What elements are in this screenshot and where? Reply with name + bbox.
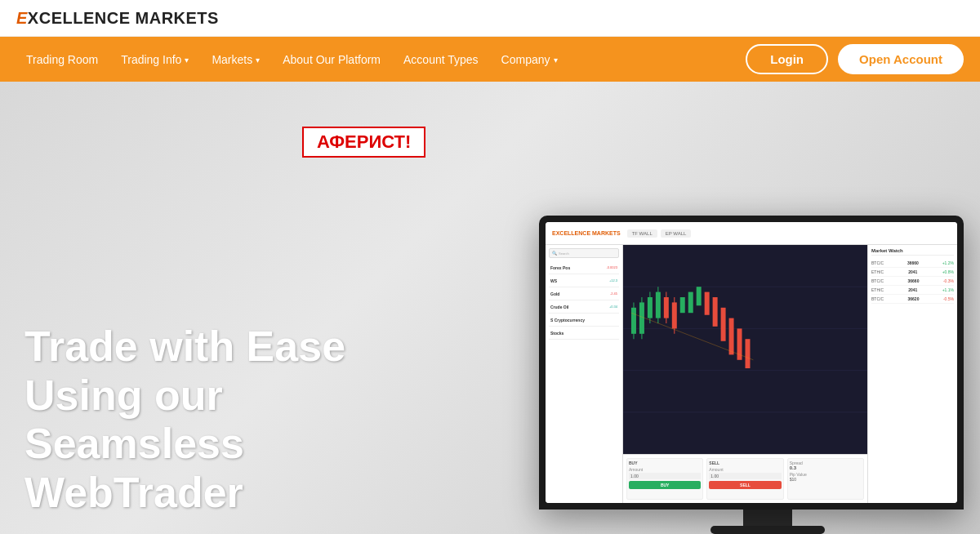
- open-account-button[interactable]: Open Account: [838, 44, 964, 74]
- nav-item-trading-info[interactable]: Trading Info ▾: [111, 37, 198, 82]
- platform-main: BUY Amount 1.00 BUY SELL Amount 1.00 SEL…: [623, 245, 867, 503]
- svg-rect-22: [721, 308, 726, 341]
- chevron-down-icon: ▾: [256, 56, 260, 65]
- order-info: Spread 0.3 Pip Value $10: [787, 458, 864, 500]
- platform-header: EXCELLENCE MARKETS TF WALL EP WALL: [546, 222, 957, 245]
- scam-badge: АФЕРИСТ!: [302, 127, 425, 158]
- platform-logo: EXCELLENCE MARKETS: [552, 230, 621, 236]
- site-logo[interactable]: EXCELLENCE MARKETS: [16, 9, 219, 28]
- hero-line2: Using our: [24, 372, 345, 421]
- svg-rect-21: [713, 297, 718, 327]
- ticker-row[interactable]: BTC/C 36660 +1.2%: [871, 259, 954, 268]
- nav-item-company[interactable]: Company ▾: [492, 37, 568, 82]
- platform-tab-2[interactable]: EP WALL: [661, 229, 692, 238]
- chevron-down-icon: ▾: [185, 56, 189, 65]
- hero-headline: Trade with Ease Using our Seamsless WebT…: [24, 323, 345, 518]
- ticker-row[interactable]: ETH/C 2041 +1.1%: [871, 286, 954, 295]
- svg-rect-23: [729, 318, 734, 355]
- svg-rect-20: [705, 292, 710, 315]
- list-item[interactable]: Stocks: [549, 327, 619, 340]
- platform-body: 🔍 Search Forex Pos -0.0023 WS +12.3 G: [546, 245, 957, 503]
- sell-button[interactable]: SELL: [709, 481, 781, 489]
- order-box-sell: SELL Amount 1.00 SELL: [706, 458, 783, 500]
- ticker-row[interactable]: BTC/C 36620 -0.5%: [871, 295, 954, 304]
- right-panel-header: Market Watch: [871, 248, 954, 256]
- platform-tab-1[interactable]: TF WALL: [627, 229, 657, 238]
- search-icon: 🔍: [552, 251, 557, 256]
- platform-search[interactable]: 🔍 Search: [549, 248, 619, 258]
- svg-rect-17: [680, 297, 685, 313]
- nav-left: Trading Room Trading Info ▾ Markets ▾ Ab…: [16, 37, 568, 82]
- buy-button[interactable]: BUY: [629, 481, 701, 489]
- list-item[interactable]: Forex Pos -0.0023: [549, 261, 619, 274]
- logo-bar: EXCELLENCE MARKETS: [0, 0, 980, 37]
- svg-rect-25: [746, 339, 751, 368]
- platform-right-panel: Market Watch BTC/C 36660 +1.2% ETH/C 204…: [867, 245, 957, 503]
- platform-orders: BUY Amount 1.00 BUY SELL Amount 1.00 SEL…: [623, 454, 867, 503]
- list-item[interactable]: Crude Oil +0.34: [549, 300, 619, 314]
- list-item[interactable]: WS +12.3: [549, 274, 619, 287]
- monitor-stand-base: [710, 526, 825, 534]
- list-item[interactable]: S Cryptocurrency: [549, 314, 619, 327]
- hero-line4: WebTrader: [24, 469, 345, 518]
- nav-item-trading-room[interactable]: Trading Room: [16, 37, 108, 82]
- hero-section: АФЕРИСТ! Trade with Ease Using our Seams…: [0, 82, 980, 534]
- list-item[interactable]: Gold -2.45: [549, 287, 619, 300]
- login-button[interactable]: Login: [746, 44, 828, 74]
- ticker-row[interactable]: ETH/C 2041 +0.8%: [871, 268, 954, 277]
- hero-line1: Trade with Ease: [24, 323, 345, 372]
- logo-prefix: E: [16, 9, 28, 27]
- scam-text: АФЕРИСТ!: [317, 131, 411, 152]
- monitor-screen: EXCELLENCE MARKETS TF WALL EP WALL 🔍 Sea…: [546, 222, 957, 503]
- monitor-mockup: EXCELLENCE MARKETS TF WALL EP WALL 🔍 Sea…: [539, 216, 980, 534]
- platform-sidebar: 🔍 Search Forex Pos -0.0023 WS +12.3 G: [546, 245, 623, 503]
- ticker-row[interactable]: BTC/C 36660 -0.3%: [871, 277, 954, 286]
- chevron-down-icon: ▾: [554, 56, 558, 65]
- candlestick-chart: [623, 245, 867, 454]
- nav-item-account-types[interactable]: Account Types: [394, 37, 488, 82]
- monitor-stand-neck: [743, 510, 792, 526]
- order-box-buy: BUY Amount 1.00 BUY: [626, 458, 703, 500]
- platform-tabs: TF WALL EP WALL: [627, 229, 692, 238]
- monitor-frame: EXCELLENCE MARKETS TF WALL EP WALL 🔍 Sea…: [539, 216, 964, 510]
- nav-bar: Trading Room Trading Info ▾ Markets ▾ Ab…: [0, 37, 980, 82]
- svg-rect-18: [688, 292, 693, 314]
- hero-line3: Seamsless: [24, 420, 345, 469]
- logo-suffix: XCELLENCE MARKETS: [28, 9, 219, 27]
- nav-right: Login Open Account: [746, 44, 964, 74]
- search-placeholder: Search: [559, 251, 569, 256]
- chart-area: [623, 245, 867, 454]
- nav-item-about-platform[interactable]: About Our Platform: [273, 37, 390, 82]
- nav-item-markets[interactable]: Markets ▾: [202, 37, 270, 82]
- svg-rect-19: [697, 287, 702, 305]
